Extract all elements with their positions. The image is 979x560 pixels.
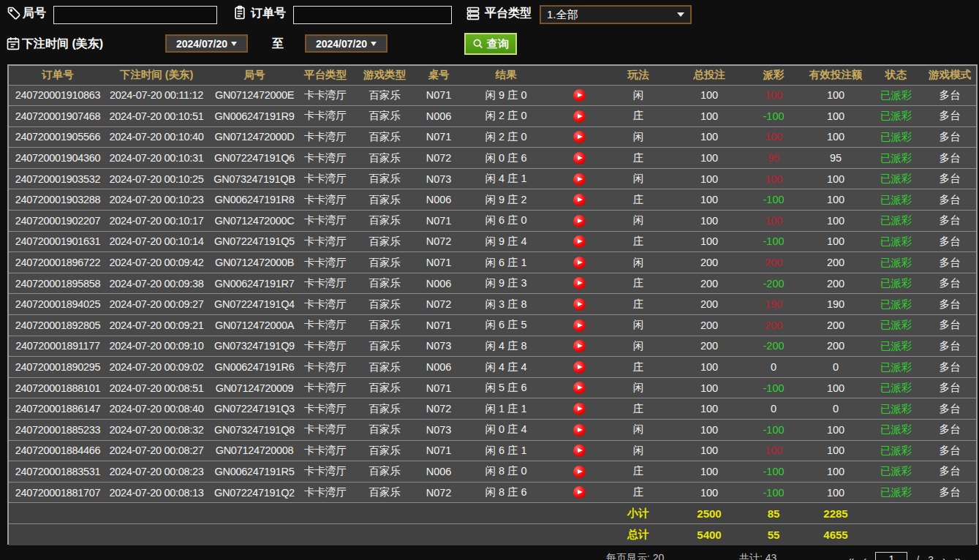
column-header-11: 派彩 <box>744 66 803 85</box>
total-bet: 5400 <box>674 524 744 545</box>
order-filter-label: 订单号 <box>251 6 286 21</box>
play-video-button[interactable] <box>573 89 586 102</box>
chevron-down-icon <box>371 42 377 46</box>
first-page-button[interactable]: « <box>848 553 854 560</box>
prev-page-button[interactable]: ‹ <box>863 553 866 560</box>
round-input[interactable] <box>53 6 217 24</box>
play-video-button[interactable] <box>573 486 586 499</box>
play-video-button[interactable] <box>573 403 586 415</box>
play-cell <box>556 231 602 252</box>
table-number-cell: N072 <box>421 148 456 169</box>
table-row: 240720001904360 2024-07-20 00:10:31 GN07… <box>9 148 976 169</box>
table-number-cell: N073 <box>421 420 456 441</box>
play-video-button[interactable] <box>573 110 586 123</box>
column-header-2: 下注时间 (美东) <box>107 66 206 85</box>
play-video-button[interactable] <box>573 131 586 143</box>
total-count-label: 共计: 43 <box>739 552 776 560</box>
bet-time-cell: 2024-07-20 00:09:21 <box>107 315 206 336</box>
play-icon <box>578 93 583 97</box>
order-number-cell: 240720001910863 <box>9 85 107 106</box>
order-number-cell: 240720001886147 <box>9 398 107 420</box>
date-to-picker[interactable]: 2024/07/20 <box>305 34 388 53</box>
payout-cell: 190 <box>744 294 803 315</box>
play-video-button[interactable] <box>573 152 586 164</box>
play-icon <box>578 197 583 202</box>
table-number-cell: N006 <box>421 106 456 127</box>
status-cell: 已派彩 <box>869 231 923 252</box>
result-cell: 闲 1 庄 1 <box>456 398 556 420</box>
total-bet-cell: 100 <box>674 461 744 483</box>
play-video-button[interactable] <box>573 235 586 248</box>
platform-cell: 卡卡湾厅 <box>303 273 348 294</box>
status-cell: 已派彩 <box>869 252 923 273</box>
order-number-cell: 240720001884466 <box>9 440 107 461</box>
bet-type-cell: 庄 <box>602 398 674 420</box>
play-video-button[interactable] <box>573 298 586 311</box>
order-number-cell: 240720001891177 <box>9 336 107 357</box>
play-icon <box>578 406 583 411</box>
status-cell: 已派彩 <box>869 440 923 461</box>
round-number-cell: GN006247191R8 <box>206 189 303 211</box>
result-cell: 闲 4 庄 1 <box>456 168 556 189</box>
column-header-12: 有效投注额 <box>803 66 869 85</box>
platform-cell: 卡卡湾厅 <box>303 252 348 273</box>
valid-bet-cell: 100 <box>803 211 869 232</box>
round-number-cell: GN0712472000E <box>206 85 303 106</box>
play-video-button[interactable] <box>573 319 586 332</box>
valid-bet-cell: 100 <box>803 189 869 211</box>
game-type-cell: 百家乐 <box>348 106 421 127</box>
play-video-button[interactable] <box>573 173 586 186</box>
column-header-14: 游戏模式 <box>923 66 976 85</box>
play-icon <box>578 156 583 160</box>
game-type-cell: 百家乐 <box>348 315 421 336</box>
pager: « ‹ 1 / 3 › » <box>848 552 961 560</box>
column-header-4: 平台类型 <box>303 66 348 85</box>
column-header-13: 状态 <box>869 66 923 85</box>
play-video-button[interactable] <box>573 257 586 269</box>
status-cell: 已派彩 <box>869 148 923 169</box>
date-from-picker[interactable]: 2024/07/20 <box>165 34 248 53</box>
play-cell <box>556 440 602 461</box>
game-type-cell: 百家乐 <box>348 294 421 315</box>
play-icon <box>578 448 583 453</box>
play-video-button[interactable] <box>573 424 586 436</box>
play-video-button[interactable] <box>573 444 586 457</box>
play-video-button[interactable] <box>573 361 586 374</box>
play-video-button[interactable] <box>573 340 586 352</box>
play-video-button[interactable] <box>573 215 586 227</box>
order-number-cell: 240720001905566 <box>9 126 107 148</box>
result-cell: 闲 6 庄 1 <box>456 252 556 273</box>
bet-type-cell: 闲 <box>602 126 674 148</box>
platform-cell: 卡卡湾厅 <box>303 357 348 378</box>
clipboard-icon <box>233 5 247 20</box>
play-video-button[interactable] <box>573 277 586 290</box>
bet-time-cell: 2024-07-20 00:09:10 <box>107 336 206 357</box>
play-video-button[interactable] <box>573 194 586 206</box>
valid-bet-cell: 100 <box>803 85 869 106</box>
payout-cell: -100 <box>744 420 803 441</box>
table-number-cell: N072 <box>421 231 456 252</box>
platform-cell: 卡卡湾厅 <box>303 398 348 420</box>
valid-bet-cell: 200 <box>803 336 869 357</box>
payout-cell: -100 <box>744 106 803 127</box>
next-page-button[interactable]: › <box>942 553 946 560</box>
play-video-button[interactable] <box>573 466 586 478</box>
total-bet-cell: 100 <box>674 482 744 503</box>
platform-cell: 卡卡湾厅 <box>303 294 348 315</box>
result-cell: 闲 6 庄 1 <box>456 440 556 461</box>
play-icon <box>578 239 583 243</box>
table-number-cell: N073 <box>421 336 456 357</box>
last-page-button[interactable]: » <box>955 553 961 560</box>
order-number-cell: 240720001888101 <box>9 377 107 398</box>
current-page-input[interactable]: 1 <box>875 552 907 560</box>
order-input[interactable] <box>293 6 452 24</box>
table-row: 240720001892805 2024-07-20 00:09:21 GN07… <box>9 315 976 336</box>
platform-cell: 卡卡湾厅 <box>303 126 348 148</box>
status-cell: 已派彩 <box>869 482 923 503</box>
bet-type-cell: 闲 <box>602 315 674 336</box>
play-video-button[interactable] <box>573 382 586 394</box>
order-number-cell: 240720001903532 <box>9 168 107 189</box>
column-header-1: 订单号 <box>9 66 107 85</box>
platform-select[interactable]: 1.全部 <box>540 5 692 24</box>
search-button[interactable]: 查询 <box>464 33 517 55</box>
